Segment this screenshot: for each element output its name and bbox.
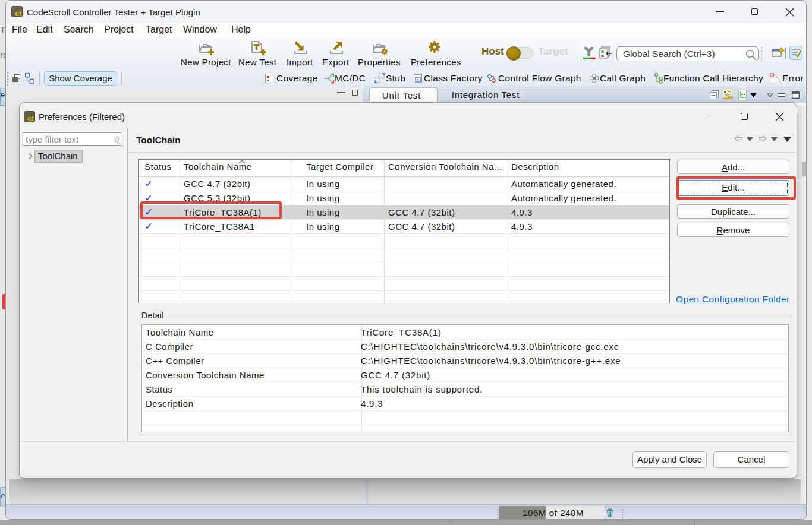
svg-text:ct: ct [28,115,34,122]
svg-text:ct: ct [15,10,22,17]
svg-text:c: c [417,77,420,83]
